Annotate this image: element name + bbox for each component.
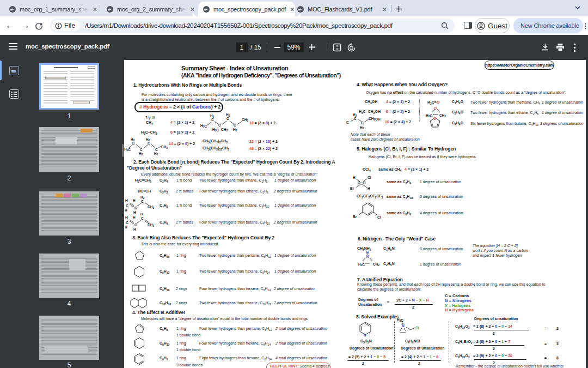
- svg-text:CH3: CH3: [161, 145, 168, 149]
- svg-text:C: C: [134, 206, 137, 210]
- svg-text:C: C: [126, 221, 128, 225]
- svg-text:CH3: CH3: [148, 205, 154, 209]
- svg-text:H: H: [133, 215, 136, 219]
- svg-text:C: C: [126, 204, 128, 208]
- svg-text:CH2: CH2: [148, 223, 154, 227]
- svg-text:C: C: [346, 120, 349, 124]
- svg-text:H: H: [367, 186, 370, 190]
- svg-text:H3C: H3C: [212, 128, 219, 132]
- svg-text:C: C: [211, 118, 214, 122]
- svg-text:H: H: [125, 225, 127, 229]
- svg-text:H2: H2: [360, 125, 364, 130]
- svg-text:H: H: [125, 198, 128, 202]
- svg-text:Cl: Cl: [377, 215, 381, 219]
- svg-text:N: N: [366, 255, 369, 258]
- svg-text:H3C: H3C: [124, 147, 131, 152]
- svg-text:C: C: [358, 181, 360, 185]
- svg-text:H2: H2: [139, 152, 143, 156]
- svg-text:H: H: [125, 208, 127, 212]
- svg-text:C: C: [140, 148, 143, 152]
- svg-text:C: C: [226, 117, 229, 120]
- svg-text:Br: Br: [350, 186, 354, 190]
- svg-text:H: H: [133, 198, 136, 202]
- svg-text:H: H: [353, 176, 356, 179]
- svg-text:CH3: CH3: [221, 128, 228, 132]
- svg-text:Br: Br: [353, 215, 357, 219]
- svg-text:H: H: [140, 213, 143, 216]
- svg-text:C: C: [218, 123, 221, 127]
- svg-text:H2: H2: [154, 152, 158, 156]
- svg-text:O: O: [434, 106, 437, 110]
- svg-text:H2C: H2C: [358, 262, 365, 267]
- svg-text:C: C: [155, 148, 158, 152]
- svg-text:C: C: [363, 181, 366, 185]
- svg-text:H3C: H3C: [397, 318, 403, 322]
- svg-text:H3C: H3C: [200, 124, 207, 128]
- svg-text:CH2OH: CH2OH: [369, 117, 381, 121]
- svg-text:H: H: [133, 227, 136, 231]
- svg-text:H2: H2: [233, 128, 237, 132]
- svg-text:O: O: [433, 117, 436, 120]
- svg-text:CH3: CH3: [242, 118, 248, 122]
- svg-text:Cl: Cl: [415, 326, 419, 330]
- svg-text:C: C: [141, 200, 144, 203]
- svg-text:C: C: [134, 223, 137, 227]
- svg-text:N: N: [364, 333, 366, 337]
- svg-text:CH2: CH2: [373, 262, 379, 267]
- svg-text:Cl: Cl: [367, 176, 371, 179]
- svg-text:C: C: [141, 216, 144, 220]
- svg-text:C: C: [354, 117, 357, 120]
- svg-text:N: N: [402, 324, 405, 328]
- svg-text:H: H: [366, 251, 369, 254]
- svg-text:C: C: [132, 141, 135, 145]
- svg-text:H: H: [125, 215, 128, 219]
- svg-text:C: C: [148, 141, 150, 145]
- svg-text:C: C: [234, 123, 236, 127]
- svg-text:C: C: [361, 121, 364, 125]
